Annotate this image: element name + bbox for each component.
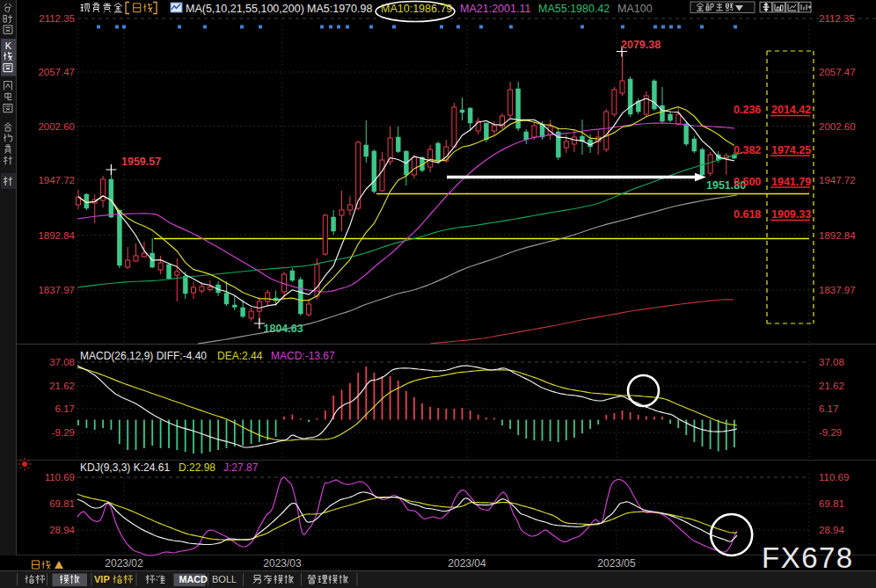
svg-text:MACD: MACD (179, 574, 208, 584)
svg-text:-9.29: -9.29 (819, 427, 842, 438)
svg-text:MACD:-13.67: MACD:-13.67 (271, 350, 335, 362)
svg-text:21.62: 21.62 (49, 381, 75, 391)
svg-text:0.618: 0.618 (734, 208, 761, 221)
svg-text:2057.47: 2057.47 (819, 67, 856, 77)
svg-text:MA10:1986.79: MA10:1986.79 (381, 3, 452, 15)
svg-text:1804.63: 1804.63 (264, 323, 303, 335)
svg-text:0.236: 0.236 (734, 104, 761, 116)
svg-text:37.08: 37.08 (49, 357, 75, 367)
svg-text:K: K (5, 40, 12, 51)
svg-text:DEA:2.44: DEA:2.44 (217, 350, 263, 362)
svg-text:MA21:2001.11: MA21:2001.11 (460, 3, 530, 15)
svg-text:2057.47: 2057.47 (38, 67, 75, 77)
svg-text:110.69: 110.69 (819, 472, 849, 483)
svg-text:1892.84: 1892.84 (819, 230, 856, 241)
svg-text:BOLL: BOLL (212, 574, 237, 584)
svg-text:69.81: 69.81 (49, 498, 75, 509)
svg-text:2002.60: 2002.60 (819, 121, 856, 132)
svg-text:D:22.98: D:22.98 (179, 461, 215, 474)
svg-text:2002.60: 2002.60 (38, 121, 75, 132)
svg-text:2079.38: 2079.38 (621, 39, 661, 51)
svg-text:28.94: 28.94 (49, 525, 75, 535)
svg-text:28.94: 28.94 (819, 525, 844, 535)
svg-text:2014.42: 2014.42 (771, 104, 811, 116)
svg-text:2112.35: 2112.35 (819, 13, 855, 24)
svg-text:0.382: 0.382 (734, 144, 761, 156)
svg-text:1959.57: 1959.57 (121, 156, 161, 168)
svg-text:1941.79: 1941.79 (771, 176, 811, 188)
svg-text:1909.33: 1909.33 (771, 208, 811, 221)
svg-text:1837.97: 1837.97 (38, 285, 75, 295)
svg-text:VIP: VIP (94, 574, 110, 584)
svg-text:1892.84: 1892.84 (38, 230, 75, 241)
svg-text:MA55:1980.42: MA55:1980.42 (538, 3, 610, 15)
svg-text:KDJ(9,3,3) K:24.61: KDJ(9,3,3) K:24.61 (80, 461, 170, 474)
svg-text:2023/04: 2023/04 (448, 557, 486, 570)
svg-text:MACD(26,12,9) DIFF:-4.40: MACD(26,12,9) DIFF:-4.40 (80, 350, 207, 362)
svg-text:1974.25: 1974.25 (771, 144, 811, 156)
svg-text:6.17: 6.17 (819, 403, 838, 414)
svg-text:2112.35: 2112.35 (39, 13, 75, 24)
svg-text:37.08: 37.08 (819, 357, 844, 367)
svg-text:110.69: 110.69 (45, 472, 75, 483)
svg-text:21.62: 21.62 (819, 381, 844, 391)
svg-text:MA100: MA100 (617, 3, 653, 15)
svg-text:0.500: 0.500 (734, 176, 761, 188)
svg-text:6.17: 6.17 (55, 403, 75, 414)
svg-text:1947.72: 1947.72 (38, 175, 75, 185)
svg-text:1947.72: 1947.72 (819, 175, 856, 185)
svg-text:J:27.87: J:27.87 (223, 461, 259, 474)
svg-text:2023/03: 2023/03 (263, 557, 302, 570)
svg-text:MA(5,10,21,55,100,200): MA(5,10,21,55,100,200) (186, 3, 304, 15)
svg-text:MA5:1970.98: MA5:1970.98 (307, 3, 372, 15)
svg-text:-9.29: -9.29 (52, 427, 75, 438)
svg-text:2023/05: 2023/05 (597, 557, 636, 570)
svg-text:1837.97: 1837.97 (819, 285, 856, 295)
svg-text:2023/02: 2023/02 (105, 557, 143, 570)
svg-text:69.81: 69.81 (819, 498, 844, 509)
svg-text:FX678: FX678 (762, 541, 854, 574)
